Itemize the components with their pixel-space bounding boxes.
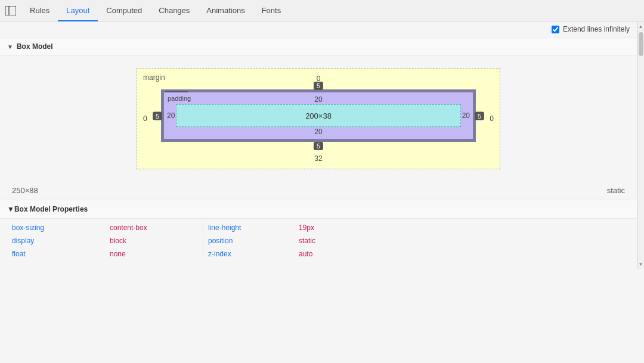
padding-label: padding — [168, 95, 191, 102]
margin-bottom-value: 32 — [314, 154, 322, 163]
padding-right-value: 20 — [462, 111, 470, 120]
box-model-diagram: margin 0 32 0 0 border 5 5 5 5 pa — [0, 56, 637, 181]
prop-name-display: display — [12, 235, 107, 246]
prop-name-z-index: z-index — [203, 249, 299, 259]
prop-name-line-height: line-height — [203, 222, 299, 233]
margin-label: margin — [143, 73, 165, 82]
box-model-properties-header[interactable]: ▼ Box Model Properties — [0, 200, 637, 219]
tab-fonts[interactable]: Fonts — [253, 0, 290, 21]
prop-name-float: float — [12, 249, 107, 259]
extend-lines-label: Extend lines infinitely — [563, 25, 630, 33]
main-content-wrapper: Extend lines infinitely ▼ Box Model marg… — [0, 21, 644, 269]
prop-name-position: position — [203, 235, 299, 246]
box-model-title: Box Model — [17, 42, 53, 51]
tab-rules[interactable]: Rules — [21, 0, 58, 21]
border-bottom-badge: 5 — [314, 141, 323, 150]
box-model-triangle-icon: ▼ — [7, 44, 13, 50]
top-nav: Rules Layout Computed Changes Animations… — [0, 0, 644, 21]
margin-right-value: 0 — [490, 114, 494, 123]
element-position: static — [607, 186, 625, 195]
tab-computed[interactable]: Computed — [98, 0, 150, 21]
margin-left-value: 0 — [143, 114, 147, 123]
tab-changes[interactable]: Changes — [150, 0, 198, 21]
border-right-badge: 5 — [475, 111, 484, 120]
padding-top-value: 20 — [314, 95, 322, 104]
scrollbar-track: ▲ ▼ — [637, 21, 644, 269]
padding-bottom-value: 20 — [314, 128, 322, 136]
content-area: Extend lines infinitely ▼ Box Model marg… — [0, 21, 637, 269]
tab-animations[interactable]: Animations — [198, 0, 253, 21]
prop-name-box-sizing: box-sizing — [12, 222, 107, 233]
bm-props-title: Box Model Properties — [14, 205, 88, 213]
content-size-label: 200×38 — [305, 111, 332, 120]
panel-toggle-icon[interactable] — [2, 2, 19, 19]
extend-lines-bar: Extend lines infinitely — [0, 21, 637, 38]
prop-val-display: block — [107, 235, 203, 246]
bm-props-table: box-sizing content-box line-height 19px … — [0, 219, 637, 263]
content-box: 200×38 — [176, 104, 461, 127]
svg-rect-0 — [5, 6, 16, 15]
prop-val-position: static — [299, 235, 394, 246]
prop-val-z-index: auto — [299, 249, 394, 259]
box-model-section-header[interactable]: ▼ Box Model — [0, 38, 637, 56]
element-size: 250×88 — [12, 186, 38, 195]
extend-lines-checkbox[interactable] — [552, 26, 559, 33]
prop-val-float: none — [107, 249, 203, 259]
scrollbar-thumb[interactable] — [639, 32, 643, 56]
prop-val-line-height: 19px — [299, 222, 394, 233]
dimensions-row: 250×88 static — [0, 181, 637, 200]
scrollbar-down-button[interactable]: ▼ — [637, 260, 645, 268]
tab-layout[interactable]: Layout — [58, 0, 98, 21]
padding-left-value: 20 — [167, 111, 175, 120]
bm-props-triangle-icon: ▼ — [7, 205, 14, 213]
border-top-badge: 5 — [314, 81, 323, 90]
border-left-badge: 5 — [153, 111, 162, 120]
prop-val-box-sizing: content-box — [107, 222, 203, 233]
scrollbar-up-button[interactable]: ▲ — [637, 23, 645, 30]
